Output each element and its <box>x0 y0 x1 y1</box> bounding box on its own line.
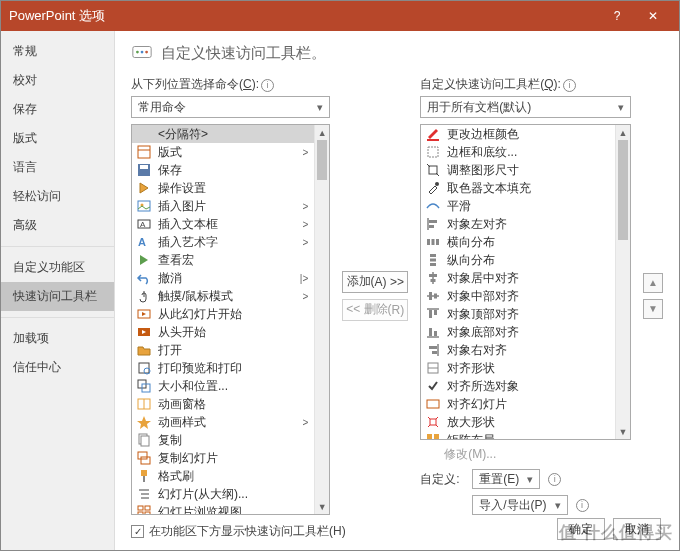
sidebar-item[interactable]: 校对 <box>1 66 114 95</box>
list-item[interactable]: 打印预览和打印 <box>132 359 314 377</box>
list-item[interactable]: 对象右对齐 <box>421 341 615 359</box>
sidebar-item[interactable]: 轻松访问 <box>1 182 114 211</box>
sidebar-item[interactable]: 自定义功能区 <box>1 253 114 282</box>
svg-rect-73 <box>430 419 436 425</box>
list-item[interactable]: <分隔符> <box>132 125 314 143</box>
list-item[interactable]: 操作设置 <box>132 179 314 197</box>
list-item[interactable]: 横向分布 <box>421 233 615 251</box>
list-item[interactable]: 对齐幻灯片 <box>421 395 615 413</box>
list-item[interactable]: 取色器文本填充 <box>421 179 615 197</box>
sidebar-item[interactable]: 信任中心 <box>1 353 114 382</box>
list-item-label: 对齐形状 <box>447 360 611 377</box>
sidebar-item[interactable]: 高级 <box>1 211 114 240</box>
list-item[interactable]: 平滑 <box>421 197 615 215</box>
info-icon[interactable]: i <box>576 499 589 512</box>
sidebar-item[interactable]: 版式 <box>1 124 114 153</box>
scroll-up[interactable]: ▲ <box>616 125 630 140</box>
scrollbar[interactable]: ▲ ▼ <box>615 125 630 439</box>
list-item-label: 复制 <box>158 432 310 449</box>
sidebar-item[interactable]: 语言 <box>1 153 114 182</box>
asel-icon <box>425 378 441 394</box>
list-item[interactable]: 动画窗格 <box>132 395 314 413</box>
cancel-button[interactable]: 取消 <box>613 518 661 540</box>
list-item[interactable]: 对象中部对齐 <box>421 287 615 305</box>
scroll-down[interactable]: ▼ <box>315 499 329 514</box>
list-item-label: 从头开始 <box>158 324 310 341</box>
info-icon[interactable]: i <box>563 79 576 92</box>
list-item[interactable]: 打开 <box>132 341 314 359</box>
close-button[interactable]: ✕ <box>635 1 671 31</box>
import-export-dropdown[interactable]: 导入/导出(P) <box>472 495 567 515</box>
qat-listbox[interactable]: 更改边框颜色边框和底纹...调整图形尺寸取色器文本填充平滑对象左对齐横向分布纵向… <box>420 124 631 440</box>
list-item[interactable]: 幻灯片(从大纲)... <box>132 485 314 503</box>
list-item[interactable]: 保存 <box>132 161 314 179</box>
list-item-label: 幻灯片浏览视图 <box>158 504 310 515</box>
reset-dropdown[interactable]: 重置(E) <box>472 469 540 489</box>
list-item[interactable]: 查看宏 <box>132 251 314 269</box>
list-item[interactable]: 放大形状 <box>421 413 615 431</box>
macro-icon <box>136 252 152 268</box>
scroll-down[interactable]: ▼ <box>616 424 630 439</box>
svg-text:A: A <box>140 220 146 229</box>
list-item[interactable]: 对象居中对齐 <box>421 269 615 287</box>
list-item[interactable]: 更改边框颜色 <box>421 125 615 143</box>
list-item[interactable]: 动画样式> <box>132 413 314 431</box>
list-item[interactable]: 插入图片> <box>132 197 314 215</box>
wart-icon: A <box>136 234 152 250</box>
list-item[interactable]: 从头开始 <box>132 323 314 341</box>
separator <box>1 246 114 247</box>
list-item[interactable]: 边框和底纹... <box>421 143 615 161</box>
list-item[interactable]: 格式刷 <box>132 467 314 485</box>
sidebar-item[interactable]: 常规 <box>1 37 114 66</box>
show-below-ribbon-label: 在功能区下方显示快速访问工具栏(H) <box>149 523 346 540</box>
scroll-thumb[interactable] <box>317 140 327 180</box>
add-button[interactable]: 添加(A) >> <box>342 271 408 293</box>
list-item[interactable]: 大小和位置... <box>132 377 314 395</box>
eyedr-icon <box>425 180 441 196</box>
scroll-thumb[interactable] <box>618 140 628 240</box>
list-item[interactable]: 复制幻灯片 <box>132 449 314 467</box>
list-item[interactable]: 对象左对齐 <box>421 215 615 233</box>
list-item[interactable]: 调整图形尺寸 <box>421 161 615 179</box>
sidebar-item[interactable]: 加载项 <box>1 324 114 353</box>
list-item[interactable]: 幻灯片浏览视图 <box>132 503 314 514</box>
list-item[interactable]: 对齐所选对象 <box>421 377 615 395</box>
qat-target-dropdown[interactable]: 用于所有文档(默认) <box>420 96 631 118</box>
sidebar-item[interactable]: 保存 <box>1 95 114 124</box>
list-item[interactable]: 从此幻灯片开始 <box>132 305 314 323</box>
svg-rect-28 <box>138 452 147 459</box>
outl-icon <box>136 486 152 502</box>
list-item-label: 大小和位置... <box>158 378 310 395</box>
list-item-label: 查看宏 <box>158 252 310 269</box>
move-up-button[interactable]: ▲ <box>643 273 663 293</box>
info-icon[interactable]: i <box>548 473 561 486</box>
list-item[interactable]: A插入艺术字> <box>132 233 314 251</box>
list-item[interactable]: 对象底部对齐 <box>421 323 615 341</box>
list-item[interactable]: 纵向分布 <box>421 251 615 269</box>
info-icon[interactable]: i <box>261 79 274 92</box>
scroll-up[interactable]: ▲ <box>315 125 329 140</box>
list-item[interactable]: A插入文本框> <box>132 215 314 233</box>
commands-listbox[interactable]: <分隔符>版式>保存操作设置插入图片>A插入文本框>A插入艺术字>查看宏撤消|>… <box>131 124 330 515</box>
list-item-label: 更改边框颜色 <box>447 126 611 143</box>
show-below-ribbon-checkbox[interactable]: ✓ <box>131 525 144 538</box>
svg-rect-29 <box>141 457 150 464</box>
list-item[interactable]: 对象顶部对齐 <box>421 305 615 323</box>
list-item-label: <分隔符> <box>158 126 310 143</box>
sidebar-item[interactable]: 快速访问工具栏 <box>1 282 114 311</box>
list-item[interactable]: 矩阵布局 <box>421 431 615 439</box>
help-button[interactable]: ? <box>599 1 635 31</box>
list-item[interactable]: 版式> <box>132 143 314 161</box>
svg-rect-63 <box>434 310 437 315</box>
list-item[interactable]: 对齐形状 <box>421 359 615 377</box>
ok-button[interactable]: 确定 <box>557 518 605 540</box>
list-item[interactable]: 撤消|> <box>132 269 314 287</box>
list-item-label: 取色器文本填充 <box>447 180 611 197</box>
choose-from-dropdown[interactable]: 常用命令 <box>131 96 330 118</box>
list-item[interactable]: 复制 <box>132 431 314 449</box>
move-down-button[interactable]: ▼ <box>643 299 663 319</box>
scrollbar[interactable]: ▲ ▼ <box>314 125 329 514</box>
modify-button: 修改(M)... <box>444 446 631 463</box>
list-item-label: 对齐幻灯片 <box>447 396 611 413</box>
list-item[interactable]: 触摸/鼠标模式> <box>132 287 314 305</box>
